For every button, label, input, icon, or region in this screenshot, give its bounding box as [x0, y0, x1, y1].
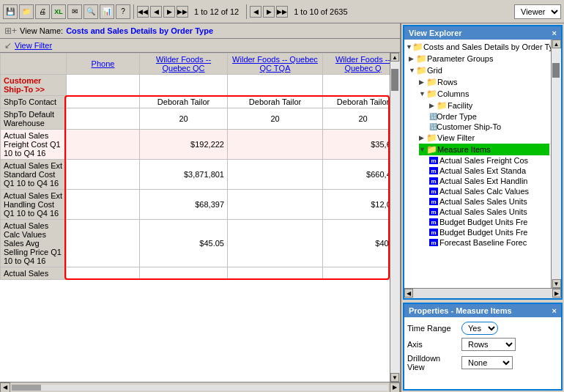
open-icon[interactable]: 📁 [19, 4, 34, 19]
folder-icon: 📁 [416, 53, 427, 64]
nav-first-btn[interactable]: ◀◀ [137, 6, 149, 18]
chart-icon[interactable]: 📊 [100, 4, 114, 19]
prop-label-drill: Drilldown View [407, 354, 459, 371]
scroll-right-btn[interactable]: ▶ [390, 382, 400, 393]
nav-next-btn[interactable]: ▶ [163, 6, 175, 18]
print-icon[interactable]: 🖨 [35, 4, 50, 19]
calc-cell-1 [67, 220, 140, 267]
tree-view-filter[interactable]: ▶ 📁 View Filter [419, 132, 549, 144]
table-row: Actual Sales Ext Handling Cost Q1 10 to … [1, 190, 390, 220]
extstd-cell-2: $3,871,801 [140, 160, 228, 190]
scroll-up-arrow[interactable]: ▲ [390, 53, 399, 62]
expand-icon[interactable]: ▶ [419, 78, 426, 86]
nav-prev-btn[interactable]: ◀ [150, 6, 162, 18]
tree-grid[interactable]: ▼ 📁 Grid [409, 64, 549, 76]
nav-last-btn[interactable]: ▶▶ [177, 6, 188, 18]
item-label: Customer Ship-To [437, 122, 501, 131]
prop-value-wrap: Rows Columns [461, 338, 558, 351]
measure-icon: m [429, 177, 438, 185]
item-label: Columns [437, 89, 469, 98]
expand-icon[interactable]: ▶ [409, 55, 416, 62]
ve-close-btn[interactable]: × [552, 29, 557, 37]
ve-content[interactable]: ▼ 📁 Costs and Sales Details by Order Ty … [404, 40, 551, 288]
ve-scrollbar[interactable]: ▲ ▼ [551, 40, 561, 288]
left-vert-scroll[interactable]: ▲ ▼ [390, 53, 400, 382]
expand-icon[interactable]: 🔢 [429, 113, 437, 120]
tree-actual-ext-hand[interactable]: m Actual Sales Ext Handlin [429, 176, 549, 186]
expand-icon[interactable]: ▶ [419, 134, 426, 141]
ve-scroll-down[interactable]: ▼ [552, 279, 561, 288]
tree-root[interactable]: ▼ 📁 Costs and Sales Details by Order Ty [406, 41, 549, 53]
tree-rows[interactable]: ▶ 📁 Rows [419, 76, 549, 88]
tree-actual-units-1[interactable]: m Actual Sales Sales Units [429, 196, 549, 207]
axis-select[interactable]: Rows Columns [461, 338, 516, 351]
tree-forecast[interactable]: m Forecast Baseline Forec [429, 237, 549, 248]
expand-icon[interactable]: 🔢 [429, 123, 437, 130]
horiz-scroll[interactable]: ◀ ▶ [0, 382, 400, 392]
row-label-actual: Actual Sales [1, 267, 67, 280]
phone-link[interactable]: Phone [92, 59, 115, 68]
tree-parameter-groups[interactable]: ▶ 📁 Parameter Groups [409, 53, 549, 64]
page-next-btn[interactable]: ▶ [263, 6, 275, 18]
handling-cell-3 [228, 190, 323, 220]
empty-cell [67, 75, 140, 96]
tree-actual-units-2[interactable]: m Actual Sales Sales Units [429, 207, 549, 217]
tree-order-type[interactable]: 🔢 Order Type [429, 111, 549, 122]
drilldown-select[interactable]: None [461, 356, 513, 369]
search-icon[interactable]: 🔍 [84, 4, 98, 19]
item-label: Order Type [437, 112, 477, 121]
horiz-scroll-track[interactable] [12, 385, 388, 391]
row-label-contact: ShpTo Contact [1, 96, 67, 108]
table-row: ShpTo Contact Deborah Tailor Deborah Tai… [1, 96, 390, 108]
prop-label-axis: Axis [407, 340, 459, 349]
expand-icon[interactable]: ▼ [406, 43, 412, 51]
page-prev-btn[interactable]: ◀ [250, 6, 261, 18]
ve-scroll-left[interactable]: ◀ [404, 289, 413, 297]
table-row: Actual Sales Freight Cost Q1 10 to Q4 16… [1, 130, 390, 160]
save-icon[interactable]: 💾 [3, 4, 18, 19]
handling-cell-4: $12,000 [323, 190, 390, 220]
item-label: Actual Sales Sales Units [439, 207, 527, 216]
tree-columns[interactable]: ▼ 📁 Columns [419, 88, 549, 100]
expand-icon[interactable]: ▼ [409, 67, 416, 74]
contact-cell-2: Deborah Tailor [140, 96, 228, 108]
grid-container[interactable]: Phone Wilder Foods -- Quebec QC Wilder F… [0, 53, 390, 382]
expand-icon[interactable]: ▼ [419, 146, 426, 153]
view-name-label: View Name: [20, 26, 63, 35]
tree-actual-freight[interactable]: m Actual Sales Freight Cos [429, 155, 549, 166]
viewer-select[interactable]: Viewer [514, 4, 561, 19]
row-label-ship-to: Customer Ship-To >> [1, 75, 67, 96]
ve-scroll-right[interactable]: ▶ [552, 289, 561, 297]
measure-icon: m [429, 229, 438, 236]
extstd-cell-3 [228, 160, 323, 190]
help-icon[interactable]: ? [116, 4, 130, 19]
excel-icon[interactable]: XL [51, 4, 66, 19]
measure-icon: m [429, 157, 438, 164]
actual-cell-4 [323, 267, 390, 280]
wh-cell-1 [67, 108, 140, 130]
tree-measure-items[interactable]: ▼ 📁 Measure Items [419, 144, 549, 155]
tree-customer-ship-to[interactable]: 🔢 Customer Ship-To [429, 122, 549, 132]
table-row: Actual Sales Ext Standard Cost Q1 10 to … [1, 160, 390, 190]
mail-icon[interactable]: ✉ [67, 4, 82, 19]
time-range-select[interactable]: Yes No [461, 322, 498, 335]
item-label: Forecast Baseline Forec [439, 238, 527, 247]
ve-scroll-track[interactable] [552, 48, 561, 279]
prop-close-btn[interactable]: × [552, 306, 557, 315]
col-header-wf3: Wilder Foods -- Quebec Q [323, 53, 390, 75]
page-last-btn[interactable]: ▶▶ [276, 6, 288, 18]
tree-facility[interactable]: ▶ 📁 Facility [429, 100, 549, 111]
tree-budget-units-1[interactable]: m Budget Budget Units Fre [429, 217, 549, 227]
scroll-left-btn[interactable]: ◀ [0, 382, 10, 393]
expand-icon[interactable]: ▶ [429, 102, 437, 109]
scroll-track[interactable] [390, 62, 400, 373]
prop-row-time-range: Time Range Yes No [407, 320, 558, 336]
scroll-down-arrow[interactable]: ▼ [390, 373, 399, 382]
ve-scroll-up[interactable]: ▲ [552, 40, 561, 48]
tree-actual-calc[interactable]: m Actual Sales Calc Values [429, 186, 549, 196]
folder-icon: 📁 [416, 65, 427, 75]
tree-actual-ext-std[interactable]: m Actual Sales Ext Standa [429, 166, 549, 176]
tree-budget-units-2[interactable]: m Budget Budget Units Fre [429, 227, 549, 237]
prop-content: Time Range Yes No Axis Rows Columns [404, 317, 561, 376]
expand-icon[interactable]: ▼ [419, 90, 426, 97]
